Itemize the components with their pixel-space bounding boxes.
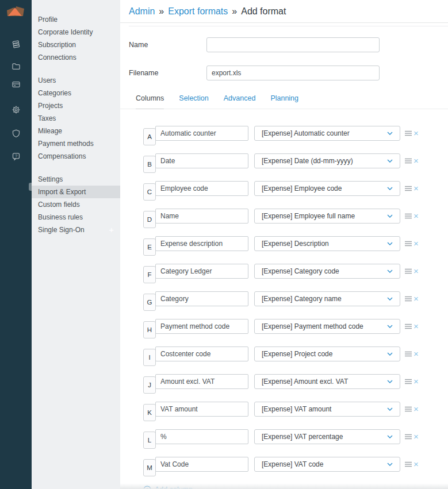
- sidebar-item-payment-methods[interactable]: Payment methods: [32, 137, 120, 150]
- gear-icon[interactable]: [0, 105, 32, 115]
- main-content: Admin » Export formats » Add format Name…: [120, 0, 448, 489]
- column-label-input[interactable]: [155, 319, 248, 334]
- breadcrumb-link-admin[interactable]: Admin: [129, 6, 155, 17]
- sidebar-item-users[interactable]: Users: [32, 74, 120, 87]
- chevron-down-icon: [387, 407, 393, 411]
- column-mapping-select[interactable]: [Expense] Automatic counter: [254, 126, 400, 141]
- remove-column-icon[interactable]: ×: [413, 212, 419, 220]
- remove-column-icon[interactable]: ×: [413, 184, 419, 192]
- remove-column-icon[interactable]: ×: [413, 350, 419, 358]
- column-mapping-select[interactable]: [Expense] Date (dd-mm-yyyy): [254, 153, 400, 168]
- column-letter: H: [143, 321, 156, 338]
- drag-handle-icon[interactable]: [405, 324, 412, 329]
- remove-column-icon[interactable]: ×: [413, 129, 419, 137]
- icon-rail: ?: [0, 0, 32, 489]
- sidebar-item-business-rules[interactable]: Business rules: [32, 211, 120, 224]
- credit-card-icon[interactable]: [0, 79, 32, 90]
- name-input[interactable]: [206, 37, 380, 52]
- sidebar-item-profile[interactable]: Profile: [32, 13, 120, 26]
- drag-handle-icon[interactable]: [405, 268, 412, 274]
- column-label-input[interactable]: [155, 181, 248, 196]
- chevron-down-icon: [387, 297, 393, 301]
- drag-handle-icon[interactable]: [405, 379, 412, 384]
- remove-column-icon[interactable]: ×: [413, 460, 419, 468]
- column-label-input[interactable]: [155, 209, 248, 224]
- column-label-input[interactable]: [155, 429, 248, 444]
- column-row-e: E [Expense] Description ×: [143, 236, 448, 256]
- sidebar-item-custom-fields[interactable]: Custom fields: [32, 198, 120, 211]
- drag-handle-icon[interactable]: [405, 241, 412, 247]
- column-label-input[interactable]: [155, 264, 248, 279]
- column-mapping-select[interactable]: [Expense] Employee code: [254, 181, 400, 196]
- remove-column-icon[interactable]: ×: [413, 295, 419, 303]
- help-icon[interactable]: ?: [0, 151, 32, 161]
- row-actions: ×: [405, 457, 419, 472]
- breadcrumb-link-export-formats[interactable]: Export formats: [168, 6, 228, 17]
- column-label-input[interactable]: [155, 291, 248, 306]
- column-label-input[interactable]: [155, 153, 248, 168]
- column-mapping-select[interactable]: [Expense] Project code: [254, 346, 400, 361]
- remove-column-icon[interactable]: ×: [413, 267, 419, 275]
- remove-column-icon[interactable]: ×: [413, 433, 419, 441]
- sidebar-item-categories[interactable]: Categories: [32, 87, 120, 99]
- drag-handle-icon[interactable]: [405, 158, 412, 164]
- column-mapping-select[interactable]: [Expense] VAT code: [254, 457, 400, 472]
- sidebar-item-settings[interactable]: Settings: [32, 173, 120, 186]
- drag-handle-icon[interactable]: [405, 130, 412, 136]
- sidebar-item-taxes[interactable]: Taxes: [32, 112, 120, 125]
- drag-handle-icon[interactable]: [405, 406, 412, 412]
- column-label-input[interactable]: [155, 457, 248, 472]
- breadcrumb: Admin » Export formats » Add format: [120, 0, 448, 23]
- sidebar-item-corporate-identity[interactable]: Corporate Identity: [32, 26, 120, 38]
- sidebar-item-compensations[interactable]: Compensations: [32, 150, 120, 163]
- column-mapping-select[interactable]: [Expense] VAT percentage: [254, 429, 400, 444]
- sidebar-item-subscription[interactable]: Subscription: [32, 38, 120, 51]
- column-label-input[interactable]: [155, 374, 248, 389]
- column-label-input[interactable]: [155, 236, 248, 251]
- column-mapping-select[interactable]: [Expense] Employee full name: [254, 209, 400, 224]
- column-label-input[interactable]: [155, 402, 248, 417]
- column-mapping-select[interactable]: [Expense] Payment method code: [254, 319, 400, 334]
- remove-column-icon[interactable]: ×: [413, 240, 419, 248]
- row-actions: ×: [405, 402, 419, 417]
- sidebar-item-projects[interactable]: Projects: [32, 99, 120, 112]
- shield-icon[interactable]: [0, 128, 32, 138]
- drag-handle-icon[interactable]: [405, 434, 412, 440]
- drag-handle-icon[interactable]: [405, 186, 412, 191]
- drag-handle-icon[interactable]: [405, 213, 412, 219]
- drag-handle-icon[interactable]: [405, 296, 412, 302]
- tab-planning[interactable]: Planning: [270, 94, 298, 109]
- sidebar-item-import-export[interactable]: Import & Export: [32, 186, 120, 198]
- svg-text:?: ?: [14, 153, 17, 159]
- column-mapping-select[interactable]: [Expense] Category code: [254, 264, 400, 279]
- remove-column-icon[interactable]: ×: [413, 157, 419, 165]
- tab-advanced[interactable]: Advanced: [224, 94, 256, 109]
- plus-icon[interactable]: +: [109, 224, 114, 236]
- column-mapping-select[interactable]: [Expense] Amount excl. VAT: [254, 374, 400, 389]
- folder-icon[interactable]: [0, 61, 32, 71]
- row-actions: ×: [405, 181, 419, 196]
- tab-columns[interactable]: Columns: [136, 94, 164, 109]
- app-logo[interactable]: [5, 4, 28, 20]
- column-label-input[interactable]: [155, 126, 248, 141]
- column-letter: E: [143, 238, 156, 256]
- sidebar-item-single-sign-on[interactable]: Single Sign-On +: [32, 224, 120, 236]
- tab-selection[interactable]: Selection: [179, 94, 208, 109]
- remove-column-icon[interactable]: ×: [413, 405, 419, 413]
- column-row-j: J [Expense] Amount excl. VAT ×: [143, 374, 448, 394]
- drag-handle-icon[interactable]: [405, 461, 412, 467]
- receipts-icon[interactable]: [0, 39, 32, 49]
- column-label-input[interactable]: [155, 346, 248, 361]
- sidebar-item-mileage[interactable]: Mileage: [32, 125, 120, 137]
- remove-column-icon[interactable]: ×: [413, 378, 419, 386]
- filename-label: Filename: [129, 66, 206, 80]
- column-letter: L: [143, 432, 156, 449]
- sidebar-item-connections[interactable]: Connections: [32, 51, 120, 64]
- drag-handle-icon[interactable]: [405, 351, 412, 357]
- column-mapping-select[interactable]: [Expense] VAT amount: [254, 402, 400, 417]
- column-mapping-select[interactable]: [Expense] Category name: [254, 291, 400, 306]
- remove-column-icon[interactable]: ×: [413, 322, 419, 330]
- filename-input[interactable]: [206, 66, 380, 80]
- format-tabs: Columns Selection Advanced Planning: [120, 94, 448, 109]
- column-mapping-select[interactable]: [Expense] Description: [254, 236, 400, 251]
